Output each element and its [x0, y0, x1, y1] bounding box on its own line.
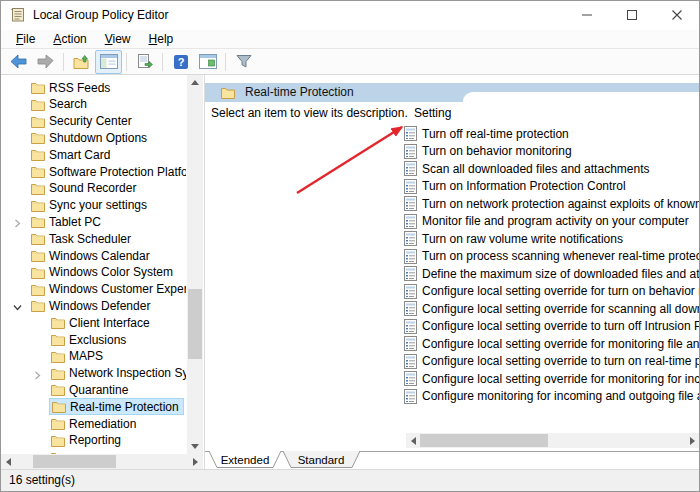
policy-setting-icon	[404, 319, 417, 334]
tree-item-sound-recorder[interactable]: Sound Recorder	[1, 180, 186, 197]
policy-setting-icon	[404, 249, 417, 264]
back-button[interactable]	[5, 50, 32, 74]
tree-item-label: Smart Card	[49, 148, 110, 162]
policy-setting-icon	[404, 371, 417, 386]
policy-setting-icon	[404, 301, 417, 316]
export-list-button[interactable]	[131, 50, 158, 74]
folder-icon	[31, 199, 45, 212]
policy-setting-icon	[404, 214, 417, 229]
policy-setting-icon	[404, 284, 417, 299]
tree-item-rss-feeds[interactable]: RSS Feeds	[1, 79, 186, 96]
scroll-right-arrow[interactable]	[690, 437, 695, 445]
menu-help[interactable]: Help	[140, 30, 183, 49]
tree-item-windows-calendar[interactable]: Windows Calendar	[1, 247, 186, 264]
setting-item[interactable]: Turn on behavior monitoring	[404, 143, 699, 160]
setting-item[interactable]: Turn off real-time protection	[404, 125, 699, 142]
setting-item[interactable]: Define the maximum size of downloaded fi…	[404, 265, 699, 282]
scroll-right-arrow[interactable]	[193, 458, 198, 466]
settings-horizontal-scrollbar[interactable]	[406, 433, 699, 448]
menu-action[interactable]: Action	[44, 30, 95, 49]
chevron-right-icon[interactable]	[13, 217, 22, 226]
setting-column-header[interactable]: Setting	[414, 106, 451, 120]
tree-vscroll-thumb[interactable]	[188, 289, 202, 359]
minimize-button[interactable]	[564, 1, 609, 29]
setting-item[interactable]: Turn on raw volume write notifications	[404, 230, 699, 247]
tab-standard-label[interactable]: Standard	[298, 454, 345, 466]
setting-item-label: Configure local setting override for sca…	[422, 302, 699, 316]
tree-item-exclusions[interactable]: Exclusions	[1, 331, 186, 348]
tree-item-quarantine[interactable]: Quarantine	[1, 381, 186, 398]
menu-file[interactable]: File	[7, 30, 44, 49]
tree-item-sync-your-settings[interactable]: Sync your settings	[1, 197, 186, 214]
scroll-left-arrow[interactable]	[6, 458, 11, 466]
tree-item-label: RSS Feeds	[49, 81, 110, 95]
scroll-down-arrow[interactable]	[191, 444, 199, 449]
menu-view[interactable]: View	[96, 30, 140, 49]
scroll-up-arrow[interactable]	[191, 80, 199, 85]
tab-extended-label[interactable]: Extended	[221, 454, 270, 466]
console-tree: RSS FeedsSearchSecurity CenterShutdown O…	[1, 75, 186, 454]
folder-icon	[31, 232, 45, 245]
setting-item[interactable]: Configure local setting override for tur…	[404, 283, 699, 300]
policy-setting-icon	[404, 126, 417, 141]
setting-item[interactable]: Configure local setting override to turn…	[404, 318, 699, 335]
tree-item-windows-color-system[interactable]: Windows Color System	[1, 264, 186, 281]
tree-item-label: Tablet PC	[49, 215, 101, 229]
setting-item[interactable]: Configure local setting override to turn…	[404, 353, 699, 370]
setting-item[interactable]: Configure monitoring for incoming and ou…	[404, 388, 699, 405]
setting-item[interactable]: Configure local setting override for mon…	[404, 335, 699, 352]
policy-setting-icon	[404, 196, 417, 211]
setting-item[interactable]: Scan all downloaded files and attachment…	[404, 160, 699, 177]
folder-icon	[51, 417, 65, 430]
setting-item-label: Configure local setting override to turn…	[422, 319, 699, 333]
up-one-level-button[interactable]	[68, 50, 95, 74]
tree-item-windows-defender[interactable]: Windows Defender	[1, 297, 186, 314]
tree-item-reporting[interactable]: Reporting	[1, 432, 186, 449]
setting-item[interactable]: Monitor file and program activity on you…	[404, 213, 699, 230]
tree-item-label: Remediation	[69, 417, 136, 431]
show-hide-console-tree-button[interactable]	[95, 50, 122, 74]
tree-vertical-scrollbar[interactable]	[187, 75, 203, 454]
folder-icon	[51, 350, 65, 363]
tree-horizontal-scrollbar[interactable]	[1, 454, 203, 469]
tree-item-smart-card[interactable]: Smart Card	[1, 146, 186, 163]
tree-item-network-inspection-syst[interactable]: Network Inspection Syst	[1, 365, 186, 382]
setting-item[interactable]: Turn on process scanning whenever real-t…	[404, 248, 699, 265]
help-button[interactable]: ?	[167, 50, 194, 74]
tree-item-remediation[interactable]: Remediation	[1, 415, 186, 432]
filter-button[interactable]	[230, 50, 257, 74]
forward-arrow-icon	[37, 54, 54, 69]
forward-button[interactable]	[32, 50, 59, 74]
tree-item-tablet-pc[interactable]: Tablet PC	[1, 213, 186, 230]
tree-item-search[interactable]: Search	[1, 96, 186, 113]
chevron-right-icon[interactable]	[33, 369, 42, 378]
title-bar: Local Group Policy Editor	[1, 1, 699, 30]
settings-hscroll-thumb[interactable]	[420, 434, 548, 447]
setting-item-label: Configure local setting override for tur…	[422, 284, 699, 298]
folder-icon	[51, 367, 65, 380]
tree-item-task-scheduler[interactable]: Task Scheduler	[1, 230, 186, 247]
tree-item-label: MAPS	[69, 349, 103, 363]
tree-item-windows-customer-experien[interactable]: Windows Customer Experien	[1, 281, 186, 298]
setting-item[interactable]: Configure local setting override for mon…	[404, 370, 699, 387]
maximize-button[interactable]	[609, 1, 654, 29]
tree-item-security-center[interactable]: Security Center	[1, 113, 186, 130]
close-button[interactable]	[654, 1, 699, 29]
tree-item-shutdown-options[interactable]: Shutdown Options	[1, 129, 186, 146]
tree-item-real-time-protection[interactable]: Real-time Protection	[1, 398, 186, 415]
tree-item-software-protection-platforr[interactable]: Software Protection Platforr	[1, 163, 186, 180]
folder-icon	[31, 182, 45, 195]
tree-item-client-interface[interactable]: Client Interface	[1, 314, 186, 331]
folder-icon	[51, 316, 65, 329]
setting-item[interactable]: Configure local setting override for sca…	[404, 300, 699, 317]
chevron-down-icon[interactable]	[13, 301, 22, 310]
tree-item-maps[interactable]: MAPS	[1, 348, 186, 365]
policy-setting-icon	[404, 336, 417, 351]
show-hide-action-pane-button[interactable]	[194, 50, 221, 74]
setting-item[interactable]: Turn on Information Protection Control	[404, 178, 699, 195]
tree-item-label: Sync your settings	[49, 198, 147, 212]
scroll-left-arrow[interactable]	[411, 437, 416, 445]
folder-icon	[221, 86, 235, 99]
setting-item[interactable]: Turn on network protection against explo…	[404, 195, 699, 212]
tree-hscroll-thumb[interactable]	[33, 455, 116, 468]
